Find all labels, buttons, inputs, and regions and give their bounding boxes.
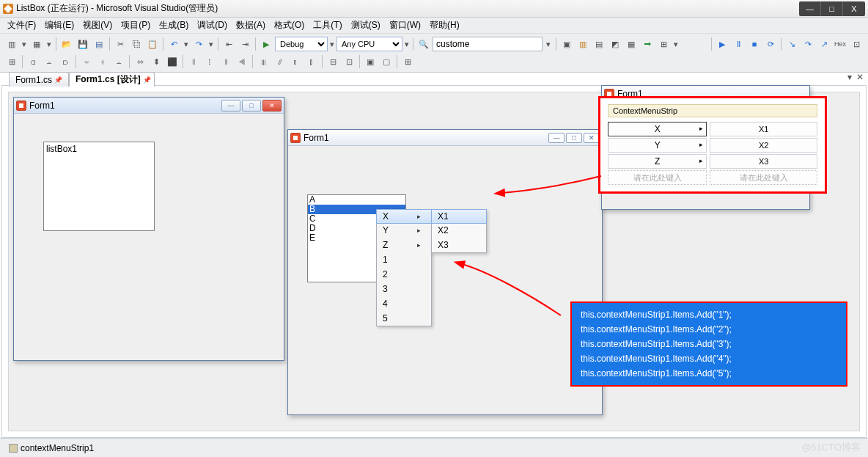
tab-form1-cs[interactable]: Form1.cs📌 [9, 72, 69, 87]
menu-edit[interactable]: 编辑(E) [40, 18, 78, 33]
platform-dropdown[interactable]: Any CPU [336, 37, 402, 51]
step-over-button[interactable]: ↷ [801, 37, 815, 51]
menu-format[interactable]: 格式(O) [270, 18, 309, 33]
minimize-button[interactable]: — [799, 1, 821, 16]
hspace-inc-button[interactable]: ⫶ [202, 54, 217, 69]
align-left-button[interactable]: ⫏ [26, 54, 40, 69]
solution-explorer-button[interactable]: ▥ [575, 37, 590, 51]
submenu-item-x2[interactable]: X2 [432, 223, 486, 238]
align-grid-button[interactable]: ⊞ [4, 54, 19, 69]
form-body[interactable]: A B C D E X▸ Y▸ Z▸ 1 2 3 4 5 [288, 146, 602, 414]
same-height-button[interactable]: ⬍ [149, 54, 163, 69]
menu-item-1[interactable]: 1 [377, 252, 431, 267]
menu-tools[interactable]: 工具(T) [309, 18, 346, 33]
menu-help[interactable]: 帮助(H) [425, 18, 464, 33]
paste-button[interactable]: 📋 [145, 37, 160, 51]
vspace-inc-button[interactable]: ⫽ [272, 54, 287, 69]
vspace-dec-button[interactable]: ⫾ [288, 54, 303, 69]
same-width-button[interactable]: ⬄ [133, 54, 147, 69]
align-middle-button[interactable]: ⫞ [95, 54, 110, 69]
redo-button[interactable]: ↷ [191, 37, 206, 51]
cms-item-y[interactable]: Y▸ [608, 138, 707, 153]
close-button[interactable]: X [843, 1, 865, 16]
step-out-button[interactable]: ↗ [817, 37, 831, 51]
cms-subitem-x3[interactable]: X3 [710, 154, 817, 169]
menu-item-y[interactable]: Y▸ [377, 223, 431, 238]
menu-item-5[interactable]: 5 [377, 311, 431, 326]
menu-build[interactable]: 生成(B) [155, 18, 193, 33]
tab-form1-design[interactable]: Form1.cs [设计]📌 [69, 72, 155, 87]
menu-debug[interactable]: 调试(D) [193, 18, 232, 33]
menu-view[interactable]: 视图(V) [78, 18, 117, 33]
step-into-button[interactable]: ↘ [784, 37, 799, 51]
toolbox-button[interactable]: ▣ [559, 37, 574, 51]
nav-back-button[interactable]: ⇤ [221, 37, 236, 51]
align-top-button[interactable]: ⫟ [79, 54, 94, 69]
hex-button[interactable]: Hex [833, 37, 847, 51]
align-bottom-button[interactable]: ⫠ [111, 54, 126, 69]
form1-designer[interactable]: Form1 — □ ✕ listBox1 [13, 97, 284, 361]
menu-file[interactable]: 文件(F) [3, 18, 40, 33]
extensions-button[interactable]: ⊞ [656, 37, 671, 51]
tab-dropdown-icon[interactable]: ▾ [847, 72, 852, 82]
maximize-button[interactable]: □ [821, 1, 843, 16]
copy-button[interactable]: ⿻ [129, 37, 144, 51]
dropdown-icon[interactable]: ▾ [45, 37, 53, 51]
form-minimize-button[interactable]: — [548, 133, 564, 143]
center-vert-button[interactable]: ⊡ [342, 54, 356, 69]
menu-item-3[interactable]: 3 [377, 282, 431, 296]
vspace-remove-button[interactable]: ⫿ [304, 54, 319, 69]
tab-close-icon[interactable]: ✕ [856, 72, 864, 82]
menu-item-4[interactable]: 4 [377, 296, 431, 311]
search-input[interactable] [433, 37, 542, 51]
form-minimize-button[interactable]: — [221, 100, 240, 111]
form-close-button[interactable]: ✕ [584, 133, 600, 143]
submenu-item-x3[interactable]: X3 [432, 238, 486, 252]
dropdown-icon[interactable]: ▾ [544, 37, 553, 51]
submenu-item-x1[interactable]: X1 [431, 209, 487, 224]
restart-button[interactable]: ⟳ [763, 37, 778, 51]
bring-front-button[interactable]: ▣ [363, 54, 378, 69]
hspace-remove-button[interactable]: ⫷ [235, 54, 249, 69]
open-button[interactable]: 📂 [59, 37, 74, 51]
menu-item-z[interactable]: Z▸ [377, 238, 431, 252]
properties-button[interactable]: ▤ [592, 37, 606, 51]
send-back-button[interactable]: ▢ [379, 54, 394, 69]
hspace-equal-button[interactable]: ⫴ [186, 54, 201, 69]
component-item[interactable]: contextMenuStrip1 [9, 443, 94, 453]
form1-running[interactable]: Form1 — □ ✕ A B C D E X▸ [287, 129, 603, 415]
center-horiz-button[interactable]: ⊟ [326, 54, 340, 69]
menu-item-2[interactable]: 2 [377, 267, 431, 282]
menu-project[interactable]: 项目(P) [117, 18, 155, 33]
class-view-button[interactable]: ◩ [608, 37, 622, 51]
contextmenustrip-designer[interactable]: ContextMenuStrip X▸ X1 Y▸ X2 Z▸ X3 请在此处键… [605, 101, 820, 189]
stop-button[interactable]: ■ [747, 37, 762, 51]
vspace-equal-button[interactable]: ⫼ [256, 54, 271, 69]
form-close-button[interactable]: ✕ [262, 100, 282, 111]
start-page-button[interactable]: ⮕ [640, 37, 655, 51]
config-dropdown[interactable]: Debug [275, 37, 328, 51]
add-item-button[interactable]: ▦ [29, 37, 44, 51]
hspace-dec-button[interactable]: ⫵ [218, 54, 233, 69]
cms-subitem-x1[interactable]: X1 [710, 122, 817, 136]
save-button[interactable]: 💾 [76, 37, 90, 51]
nav-fwd-button[interactable]: ⇥ [238, 37, 252, 51]
tab-order-button[interactable]: ⊞ [400, 54, 415, 69]
dropdown-icon[interactable]: ▾ [404, 37, 410, 51]
cut-button[interactable]: ✂ [113, 37, 128, 51]
save-all-button[interactable]: ▤ [92, 37, 106, 51]
menu-test[interactable]: 测试(S) [347, 18, 385, 33]
form-body[interactable]: listBox1 [14, 114, 284, 360]
listbox1[interactable]: listBox1 [43, 142, 155, 231]
pause-button[interactable]: Ⅱ [731, 37, 746, 51]
dropdown-icon[interactable]: ▾ [329, 37, 335, 51]
menu-data[interactable]: 数据(A) [232, 18, 270, 33]
new-project-button[interactable]: ▥ [4, 37, 19, 51]
form-maximize-button[interactable]: □ [566, 133, 582, 143]
cms-subitem-x2[interactable]: X2 [710, 138, 817, 153]
dropdown-icon[interactable]: ▾ [183, 37, 190, 51]
list-item[interactable]: A [308, 195, 405, 205]
cms-item-x[interactable]: X▸ [608, 122, 707, 136]
align-right-button[interactable]: ⫐ [58, 54, 73, 69]
breakpoint-button[interactable]: ⊡ [849, 37, 864, 51]
